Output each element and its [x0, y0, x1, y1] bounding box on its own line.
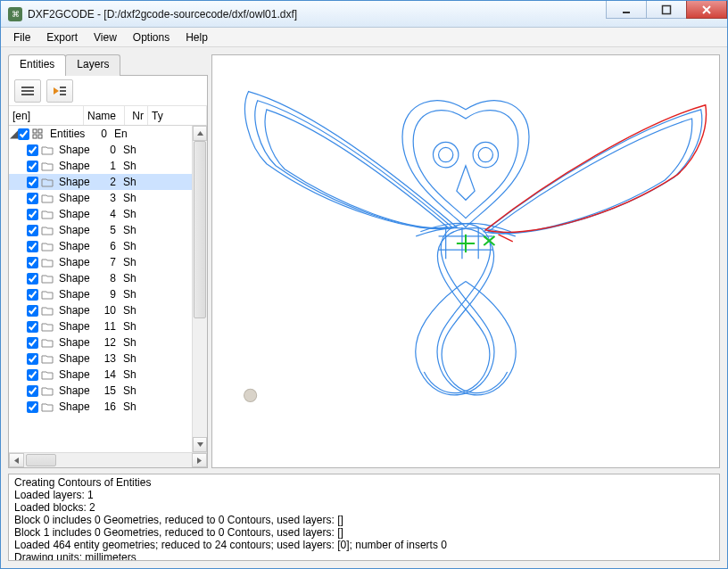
col-nr[interactable]: Nr [125, 106, 148, 125]
row-checkbox[interactable] [27, 401, 38, 413]
hscroll-track[interactable] [24, 453, 192, 467]
row-nr: 0 [98, 144, 121, 156]
menu-file[interactable]: File [6, 29, 37, 45]
tab-entities[interactable]: Entities [8, 54, 66, 76]
scroll-track[interactable] [193, 141, 207, 437]
tree-row[interactable]: Shape16Sh [9, 399, 192, 415]
row-type: Sh [121, 192, 192, 204]
row-checkbox[interactable] [18, 128, 29, 140]
scroll-up-button[interactable] [193, 126, 207, 141]
tree-row[interactable]: Shape11Sh [9, 318, 192, 334]
log-line: Block 0 includes 0 Geometries, reduced t… [14, 514, 714, 526]
tree-row[interactable]: Shape9Sh [9, 286, 192, 302]
tree-row[interactable]: Shape10Sh [9, 302, 192, 318]
tree-row[interactable]: Shape12Sh [9, 334, 192, 350]
row-nr: 9 [98, 288, 121, 301]
row-checkbox[interactable] [27, 193, 38, 204]
col-name[interactable]: Name [84, 106, 125, 125]
minimize-button[interactable] [606, 1, 647, 19]
tree-root-row[interactable]: ◢Entities0En [9, 126, 192, 142]
row-checkbox[interactable] [27, 257, 38, 268]
row-name: Shape [57, 368, 98, 381]
row-nr: 10 [98, 304, 121, 317]
tree-row[interactable]: Shape14Sh [9, 367, 192, 383]
horizontal-scrollbar[interactable] [9, 452, 207, 467]
shape-icon [41, 337, 54, 348]
row-checkbox[interactable] [27, 369, 38, 381]
log-line: Block 1 includes 0 Geometries, reduced t… [14, 526, 714, 539]
tree-row[interactable]: Shape2Sh [9, 174, 192, 190]
row-name: Shape [57, 192, 98, 204]
row-checkbox[interactable] [27, 161, 38, 172]
expand-caret-icon[interactable]: ◢ [9, 128, 18, 140]
col-enabled[interactable]: [en] [9, 106, 84, 125]
tree-header[interactable]: [en] Name Nr Ty [9, 106, 207, 126]
shape-icon [41, 305, 54, 316]
row-checkbox[interactable] [27, 209, 38, 220]
close-button[interactable] [686, 1, 727, 19]
row-type: Sh [121, 368, 192, 381]
row-checkbox[interactable] [27, 177, 38, 188]
tree-row[interactable]: Shape8Sh [9, 270, 192, 286]
tree-row[interactable]: Shape3Sh [9, 190, 192, 206]
row-name: Shape [57, 176, 98, 188]
row-checkbox[interactable] [27, 337, 38, 349]
row-checkbox[interactable] [27, 305, 38, 317]
row-name: Entities [48, 128, 89, 140]
log-line: Creating Contours of Entities [14, 476, 714, 489]
menu-export[interactable]: Export [39, 29, 85, 45]
row-checkbox[interactable] [27, 144, 38, 156]
scroll-down-button[interactable] [193, 437, 207, 452]
tree-row[interactable]: Shape15Sh [9, 383, 192, 399]
main-split: Entities Layers [en] Name [8, 54, 720, 468]
tree-row[interactable]: Shape7Sh [9, 254, 192, 270]
row-nr: 2 [98, 176, 121, 188]
menu-options[interactable]: Options [126, 29, 177, 45]
row-name: Shape [57, 272, 98, 284]
row-nr: 8 [98, 272, 121, 284]
row-checkbox[interactable] [27, 225, 38, 236]
row-checkbox[interactable] [27, 353, 38, 365]
tree-row[interactable]: Shape0Sh [9, 142, 192, 158]
collapse-all-button[interactable] [14, 79, 41, 103]
row-checkbox[interactable] [27, 289, 38, 301]
row-name: Shape [57, 288, 98, 301]
row-name: Shape [57, 208, 98, 220]
row-checkbox[interactable] [27, 321, 38, 333]
col-type[interactable]: Ty [148, 106, 207, 125]
tree-row[interactable]: Shape6Sh [9, 238, 192, 254]
row-type: Sh [121, 336, 192, 349]
vertical-scrollbar[interactable] [192, 126, 207, 452]
tree-scroll[interactable]: ◢Entities0EnShape0ShShape1ShShape2ShShap… [9, 126, 192, 452]
log-panel[interactable]: Creating Contours of EntitiesLoaded laye… [8, 474, 720, 561]
tree-row[interactable]: Shape13Sh [9, 350, 192, 367]
row-checkbox[interactable] [27, 273, 38, 284]
shape-icon [41, 177, 54, 187]
title-bar[interactable]: ⌘ DXF2GCODE - [D:/dxf2gcode-sourcecode/d… [1, 1, 727, 28]
menu-help[interactable]: Help [178, 29, 215, 45]
maximize-button[interactable] [646, 1, 687, 19]
expand-all-button[interactable] [46, 79, 73, 103]
drawing-canvas[interactable] [211, 54, 720, 468]
app-window: ⌘ DXF2GCODE - [D:/dxf2gcode-sourcecode/d… [0, 0, 728, 569]
row-type: Sh [121, 272, 192, 284]
tab-layers[interactable]: Layers [65, 54, 120, 76]
scroll-thumb[interactable] [194, 141, 206, 318]
row-type: Sh [121, 304, 192, 317]
row-type: Sh [121, 384, 192, 397]
row-checkbox[interactable] [27, 385, 38, 397]
scroll-left-button[interactable] [9, 453, 24, 467]
menu-view[interactable]: View [87, 29, 124, 45]
row-name: Shape [57, 256, 98, 268]
row-nr: 4 [98, 208, 121, 220]
shape-icon [41, 353, 54, 364]
tree-row[interactable]: Shape1Sh [9, 158, 192, 174]
canvas-svg [212, 55, 719, 453]
row-checkbox[interactable] [27, 241, 38, 252]
tree-row[interactable]: Shape4Sh [9, 206, 192, 222]
tree-row[interactable]: Shape5Sh [9, 222, 192, 238]
hscroll-thumb[interactable] [26, 454, 56, 466]
scroll-right-button[interactable] [192, 453, 207, 467]
svg-point-27 [244, 389, 256, 401]
row-type: Sh [121, 240, 192, 252]
